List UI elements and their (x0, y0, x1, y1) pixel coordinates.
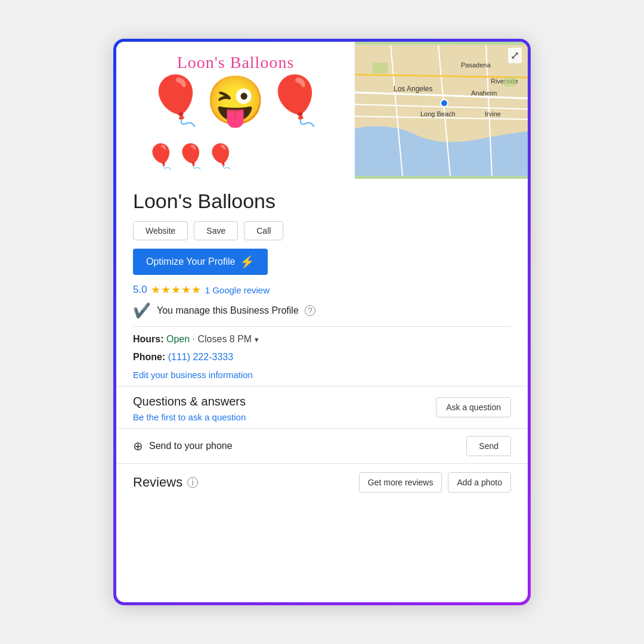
phone-row: Phone: (111) 222-3333 (133, 352, 511, 363)
send-section: ⊕ Send to your phone Send (116, 428, 528, 463)
divider-1 (133, 326, 511, 327)
phone-label: Phone: (133, 352, 165, 362)
send-left: ⊕ Send to your phone (133, 439, 233, 453)
svg-rect-15 (373, 63, 388, 73)
reviews-title: Reviews (133, 475, 182, 490)
hours-open: Open (166, 334, 190, 344)
inner-card: Loon's Balloons 🎈😜🎈🎈🎈🎈 (116, 42, 528, 602)
reviews-section: Reviews i Get more reviews Add a photo (116, 463, 528, 503)
save-button[interactable]: Save (194, 221, 238, 240)
qa-section: Questions & answers Be the first to ask … (116, 386, 528, 428)
hours-dropdown-icon[interactable]: ▾ (255, 335, 259, 344)
hours-separator: · (193, 334, 198, 344)
lightning-icon: ⚡ (240, 255, 255, 269)
optimize-label: Optimize Your Profile (146, 256, 235, 267)
ask-question-button[interactable]: Ask a question (436, 397, 511, 417)
svg-text:Pasadena: Pasadena (461, 61, 491, 69)
send-phone-icon: ⊕ (133, 439, 143, 453)
svg-text:Irvine: Irvine (485, 110, 501, 117)
hours-closes: Closes 8 PM (198, 334, 252, 344)
send-button[interactable]: Send (466, 436, 511, 456)
map-expand-icon[interactable]: ⤢ (508, 48, 522, 63)
business-section: Loon's Balloons Website Save Call Optimi… (116, 179, 528, 327)
info-section: Hours: Open · Closes 8 PM ▾ Phone: (111)… (116, 334, 528, 380)
business-logo-title: Loon's Balloons (177, 53, 295, 72)
header-section: Loon's Balloons 🎈😜🎈🎈🎈🎈 (116, 42, 528, 179)
verified-badge-icon: ✔️ (133, 302, 151, 319)
svg-text:Long Beach: Long Beach (420, 110, 456, 117)
add-photo-button[interactable]: Add a photo (448, 472, 511, 493)
rating-number: 5.0 (133, 284, 147, 296)
stars: ★★★★★ (151, 283, 202, 296)
map-svg: Pasadena Los Angeles Anaheim Riverside L… (355, 42, 528, 179)
svg-text:Los Angeles: Los Angeles (394, 85, 432, 93)
qa-title: Questions & answers (133, 395, 246, 408)
get-more-reviews-button[interactable]: Get more reviews (359, 472, 442, 493)
svg-text:Anaheim: Anaheim (471, 89, 497, 97)
hours-label: Hours: (133, 334, 164, 344)
manage-help-icon[interactable]: ? (305, 305, 315, 316)
manage-row: ✔️ You manage this Business Profile ? (133, 302, 511, 319)
send-label: Send to your phone (149, 441, 233, 451)
reviews-right: Get more reviews Add a photo (359, 472, 511, 493)
qa-first-ask-link[interactable]: Be the first to ask a question (133, 412, 246, 422)
map-area[interactable]: Pasadena Los Angeles Anaheim Riverside L… (355, 42, 528, 179)
action-buttons: Website Save Call (133, 221, 511, 240)
phone-number[interactable]: (111) 222-3333 (168, 352, 233, 362)
rating-row: 5.0 ★★★★★ 1 Google review (133, 283, 511, 296)
logo-area: Loon's Balloons 🎈😜🎈🎈🎈🎈 (116, 42, 355, 179)
balloon-emoji: 🎈😜🎈🎈🎈🎈 (146, 77, 325, 172)
optimize-profile-button[interactable]: Optimize Your Profile ⚡ (133, 249, 268, 275)
outer-frame: Loon's Balloons 🎈😜🎈🎈🎈🎈 (113, 39, 531, 605)
manage-text: You manage this Business Profile (157, 305, 299, 316)
svg-rect-16 (504, 78, 516, 86)
reviews-info-icon[interactable]: i (187, 477, 198, 488)
svg-point-14 (441, 100, 448, 107)
call-button[interactable]: Call (244, 221, 283, 240)
edit-business-link[interactable]: Edit your business information (133, 370, 511, 380)
reviews-left: Reviews i (133, 475, 198, 490)
business-name: Loon's Balloons (133, 190, 511, 213)
website-button[interactable]: Website (133, 221, 188, 240)
review-link[interactable]: 1 Google review (205, 285, 270, 295)
hours-row: Hours: Open · Closes 8 PM ▾ (133, 334, 511, 345)
qa-left: Questions & answers Be the first to ask … (133, 395, 246, 422)
